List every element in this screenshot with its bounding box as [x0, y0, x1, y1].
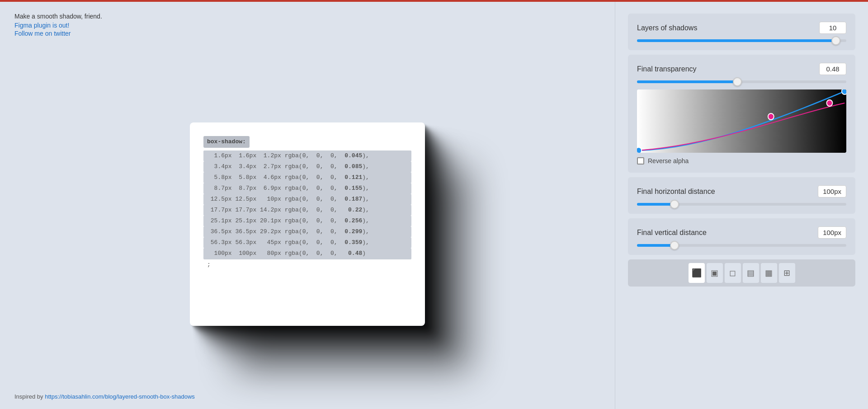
- code-line-1: 1.6px 1.6px 1.2px rgba(0, 0, 0, 0.045),: [203, 150, 411, 161]
- toolbar-btn-2[interactable]: ▣: [707, 263, 723, 283]
- layers-slider[interactable]: [637, 39, 846, 42]
- toolbar-btn-3[interactable]: ◻: [725, 263, 741, 283]
- footer-inspired: Inspired by https://tobiasahlin.com/blog…: [14, 393, 195, 400]
- svg-point-3: [826, 100, 832, 106]
- h-distance-slider-fill: [637, 203, 675, 206]
- code-label: box-shadow:: [203, 136, 250, 148]
- shadow-card: box-shadow: 1.6px 1.6px 1.2px rgba(0, 0,…: [190, 122, 425, 326]
- transparency-value[interactable]: 0.48: [819, 63, 846, 75]
- code-line-3: 5.8px 5.8px 4.6px rgba(0, 0, 0, 0.121),: [203, 172, 411, 183]
- layers-section: Layers of shadows 10: [628, 14, 855, 50]
- reverse-alpha-row: Reverse alpha: [637, 157, 846, 165]
- toolbar-btn-6[interactable]: ⊞: [779, 263, 795, 283]
- v-distance-section: Final vertical distance 100px: [628, 218, 855, 255]
- toolbar-btn-4[interactable]: ▤: [743, 263, 759, 283]
- v-distance-value[interactable]: 100px: [818, 226, 846, 239]
- code-line-9: 56.3px 56.3px 45px rgba(0, 0, 0, 0.359),: [203, 237, 411, 248]
- bezier-svg: [637, 89, 846, 153]
- bezier-area[interactable]: [637, 89, 846, 153]
- code-line-4: 8.7px 8.7px 6.9px rgba(0, 0, 0, 0.155),: [203, 183, 411, 194]
- h-distance-slider-thumb[interactable]: [670, 200, 679, 209]
- transparency-label: Final transparency: [637, 65, 697, 73]
- v-distance-row: Final vertical distance 100px: [637, 226, 846, 239]
- tagline: Make a smooth shadow, friend.: [14, 13, 600, 20]
- code-semi: ;: [203, 259, 411, 270]
- top-info: Make a smooth shadow, friend. Figma plug…: [14, 13, 600, 38]
- code-line-6: 17.7px 17.7px 14.2px rgba(0, 0, 0, 0.22)…: [203, 205, 411, 216]
- preview-area: box-shadow: 1.6px 1.6px 1.2px rgba(0, 0,…: [14, 52, 600, 396]
- code-line-7: 25.1px 25.1px 20.1px rgba(0, 0, 0, 0.256…: [203, 216, 411, 226]
- reverse-alpha-label: Reverse alpha: [648, 157, 689, 165]
- code-line-5: 12.5px 12.5px 10px rgba(0, 0, 0, 0.187),: [203, 194, 411, 205]
- layers-slider-fill: [637, 39, 836, 42]
- transparency-slider-fill: [637, 80, 737, 83]
- svg-rect-0: [637, 89, 846, 153]
- right-panel: Layers of shadows 10 Final transparency …: [615, 0, 868, 409]
- transparency-slider[interactable]: [637, 80, 846, 83]
- v-distance-label: Final vertical distance: [637, 229, 707, 237]
- h-distance-row: Final horizontal distance 100px: [637, 185, 846, 197]
- h-distance-slider[interactable]: [637, 203, 846, 206]
- layers-row: Layers of shadows 10: [637, 22, 846, 34]
- transparency-row: Final transparency 0.48: [637, 63, 846, 75]
- bottom-toolbar: ⬛ ▣ ◻ ▤ ▦ ⊞: [628, 259, 855, 287]
- layers-label: Layers of shadows: [637, 24, 697, 32]
- svg-point-4: [842, 89, 846, 94]
- h-distance-section: Final horizontal distance 100px: [628, 177, 855, 214]
- twitter-link[interactable]: Follow me on twitter: [14, 30, 600, 37]
- transparency-section: Final transparency 0.48: [628, 55, 855, 173]
- code-line-2: 3.4px 3.4px 2.7px rgba(0, 0, 0, 0.085),: [203, 161, 411, 172]
- h-distance-label: Final horizontal distance: [637, 188, 715, 196]
- code-line-10: 100px 100px 80px rgba(0, 0, 0, 0.48): [203, 248, 411, 259]
- code-block: box-shadow: 1.6px 1.6px 1.2px rgba(0, 0,…: [203, 136, 411, 270]
- toolbar-btn-5[interactable]: ▦: [761, 263, 777, 283]
- layers-value[interactable]: 10: [819, 22, 846, 34]
- transparency-slider-thumb[interactable]: [733, 77, 742, 86]
- layers-slider-thumb[interactable]: [831, 36, 840, 45]
- v-distance-slider-thumb[interactable]: [670, 241, 679, 250]
- figma-link[interactable]: Figma plugin is out!: [14, 22, 600, 29]
- accent-bar: [0, 0, 868, 2]
- svg-point-2: [768, 113, 774, 120]
- h-distance-value[interactable]: 100px: [818, 185, 846, 197]
- left-panel: Make a smooth shadow, friend. Figma plug…: [0, 0, 615, 409]
- footer-link[interactable]: https://tobiasahlin.com/blog/layered-smo…: [45, 393, 195, 400]
- reverse-alpha-checkbox[interactable]: [637, 157, 644, 165]
- v-distance-slider-fill: [637, 244, 675, 247]
- svg-point-1: [637, 147, 642, 153]
- v-distance-slider[interactable]: [637, 244, 846, 247]
- toolbar-btn-1[interactable]: ⬛: [689, 263, 705, 283]
- code-line-8: 36.5px 36.5px 29.2px rgba(0, 0, 0, 0.299…: [203, 226, 411, 237]
